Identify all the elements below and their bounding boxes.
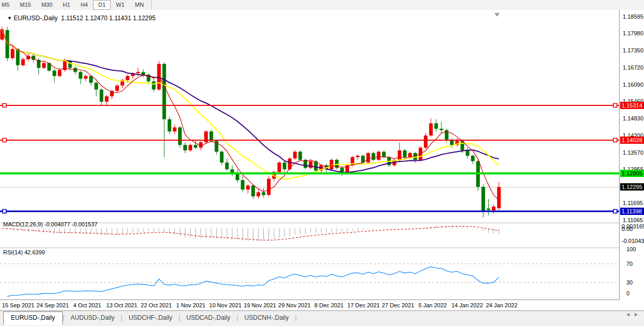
date-axis-label: 15 Sep 2021 <box>2 302 34 308</box>
price-badge-resistance-lower: 1.14028 <box>620 137 644 144</box>
price-axis-label: 1.11065 <box>623 217 643 223</box>
date-axis-label: 10 Nov 2021 <box>209 302 242 308</box>
date-axis-label: 19 Nov 2021 <box>244 302 276 308</box>
timeframe-toolbar: M5M15M30H1H4D1W1MN <box>0 0 644 10</box>
tab-scroll-arrows[interactable]: ◄► <box>625 311 642 317</box>
price-axis-label: 1.11695 <box>623 200 643 206</box>
date-axis-label: 24 Jan 2022 <box>486 302 518 308</box>
chart-area[interactable]: ▼ EURUSD-,Daily 1.11512 1.12470 1.11431 … <box>0 10 619 300</box>
date-axis-label: 14 Jan 2022 <box>451 302 483 308</box>
price-badge-support-blue: 1.11398 <box>620 208 644 215</box>
timeframe-buttons: M5M15M30H1H4D1W1MN <box>0 0 149 10</box>
rsi-axis-label: 0 <box>626 290 629 296</box>
date-axis-label: 8 Dec 2021 <box>314 302 343 308</box>
chart-tab-usdcnh[interactable]: USDCNH-,Daily <box>238 312 295 324</box>
timeframe-button-h1[interactable]: H1 <box>58 0 75 10</box>
macd-indicator-label: MACD(12,26,9) -0.004077 -0.001537 <box>3 221 98 227</box>
timeframe-button-m15[interactable]: M15 <box>15 0 36 10</box>
date-axis-label: 22 Oct 2021 <box>141 302 172 308</box>
chart-tab-usdchf[interactable]: USDCHF-,Daily <box>123 312 179 324</box>
chart-tab-audusd[interactable]: AUDUSD-,Daily <box>64 312 121 324</box>
price-badge-support-green: 1.12805 <box>620 170 644 177</box>
date-axis: 15 Sep 202124 Sep 20214 Oct 202113 Oct 2… <box>0 300 644 310</box>
macd-axis-label: 0.00 <box>622 226 633 232</box>
timeframe-button-h4[interactable]: H4 <box>75 0 93 10</box>
symbol-dropdown-icon[interactable]: ▼ <box>7 16 12 21</box>
date-axis-label: 27 Dec 2021 <box>382 302 414 308</box>
price-badge-resistance-upper: 1.15314 <box>620 102 644 109</box>
timeframe-button-mn[interactable]: MN <box>130 0 149 10</box>
price-axis: 1.185951.179801.173501.167201.160901.154… <box>619 10 644 300</box>
price-chart-canvas[interactable] <box>0 10 619 300</box>
date-axis-label: 4 Oct 2021 <box>73 302 101 308</box>
chart-shift-icon <box>494 13 500 17</box>
date-axis-label: 13 Oct 2021 <box>106 302 138 308</box>
price-axis-label: 1.17350 <box>623 47 643 53</box>
date-axis-label: 29 Nov 2021 <box>278 302 311 308</box>
rsi-axis-label: 30 <box>626 279 633 286</box>
rsi-indicator-label: RSI(14) 42.6399 <box>3 249 45 255</box>
tab-separator: | <box>295 314 297 321</box>
toolbar-separator <box>151 1 152 9</box>
date-axis-label: 24 Sep 2021 <box>36 302 69 308</box>
tab-scroll-right-icon[interactable]: ► <box>634 311 642 317</box>
timeframe-button-m5[interactable]: M5 <box>0 0 15 10</box>
chart-tab-eurusd[interactable]: EURUSD-,Daily <box>3 311 63 325</box>
rsi-axis-label: 70 <box>626 261 633 267</box>
rsi-axis-label: 100 <box>626 246 636 252</box>
timeframe-button-w1[interactable]: W1 <box>111 0 130 10</box>
chart-title: ▼ EURUSD-,Daily 1.11512 1.12470 1.11431 … <box>7 15 155 22</box>
price-axis-label: 1.18595 <box>623 13 643 20</box>
timeframe-button-d1[interactable]: D1 <box>93 0 111 10</box>
macd-axis-label: -0.01043 <box>622 238 644 244</box>
price-axis-label: 1.16720 <box>623 64 643 71</box>
tab-scroll-left-icon[interactable]: ◄ <box>625 311 634 317</box>
price-axis-label: 1.13570 <box>623 150 643 156</box>
date-axis-label: 17 Dec 2021 <box>347 302 380 308</box>
date-axis-label: 1 Nov 2021 <box>176 302 205 308</box>
price-axis-label: 1.16090 <box>623 82 643 88</box>
price-badge-current-price: 1.12295 <box>620 183 644 191</box>
date-axis-label: 5 Jan 2022 <box>419 302 447 308</box>
timeframe-button-m30[interactable]: M30 <box>36 0 58 10</box>
chart-tab-usdcad[interactable]: USDCAD-,Daily <box>180 312 237 324</box>
price-axis-label: 1.17980 <box>623 30 643 36</box>
chart-tabs-bar: EURUSD-,Daily|AUDUSD-,Daily|USDCHF-,Dail… <box>0 310 644 326</box>
symbol-ohlc-text: EURUSD-,Daily 1.11512 1.12470 1.11431 1.… <box>14 15 155 22</box>
mt4-window: M5M15M30H1H4D1W1MN ▼ EURUSD-,Daily 1.115… <box>0 0 644 326</box>
price-axis-label: 1.14830 <box>623 115 643 121</box>
